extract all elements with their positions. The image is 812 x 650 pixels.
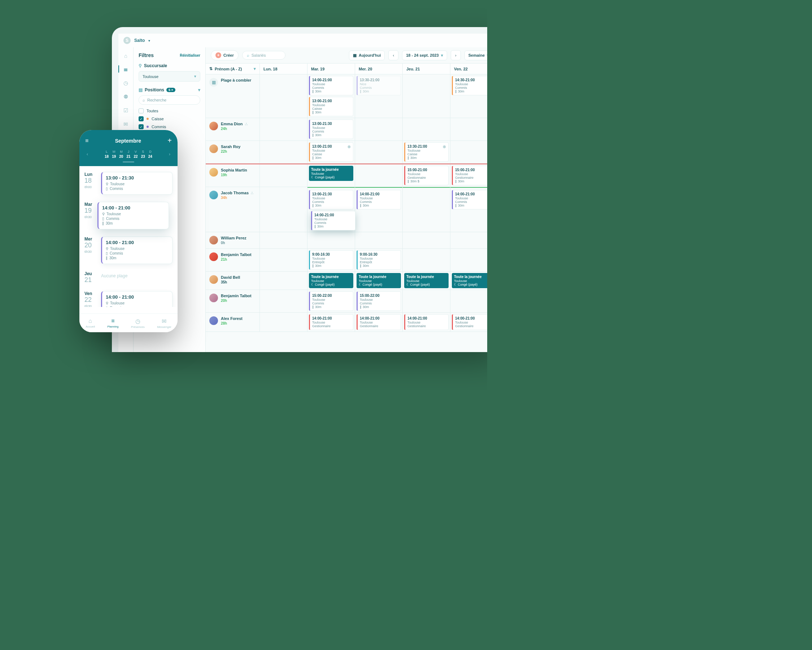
grid-cell[interactable]: Toute la journée Toulouse ☾ Congé (payé) xyxy=(355,272,403,290)
tab-planning[interactable]: ≡Planning xyxy=(107,318,118,328)
grid-cell[interactable]: 14:00-21:00 Toulouse Gestionnaire xyxy=(307,313,355,332)
grid-cell[interactable] xyxy=(260,272,307,290)
grid-cell[interactable]: 14:00-21:00 Toulouse Commis ‖ 30m 13:00-… xyxy=(307,74,355,118)
grid-cell[interactable]: 9:00-16:30 Toulouse Entrepôt ‖ 30m xyxy=(307,249,355,271)
grid-cell[interactable] xyxy=(403,187,450,232)
shift-card[interactable]: 14:00-21:00 Toulouse Commis ‖ 30m xyxy=(309,76,353,95)
grid-cell[interactable] xyxy=(450,141,487,163)
shift-card[interactable]: 13:00-21:00 Toulouse Caisse ‖ 30m xyxy=(309,97,353,116)
grid-cell[interactable]: 13:00-21:30 Toulouse Commis ‖ 30m 14:00-… xyxy=(307,187,355,232)
calendar-day[interactable]: M19 xyxy=(112,150,116,159)
date-range-button[interactable]: 18 - 24 sept. 2023 ▾ xyxy=(402,50,447,60)
shift-card[interactable]: 14:30-21:00 Toulouse Commis ‖ 30m xyxy=(452,76,487,95)
mobile-shift-card[interactable]: 14:00 - 21:00 ⚲ Toulouse ▯ Commis xyxy=(101,291,172,307)
grid-cell[interactable] xyxy=(450,232,487,248)
shift-card[interactable]: 14:00-21:00 Toulouse Commis ‖ 30m xyxy=(357,190,401,210)
shift-card[interactable]: 14:00-21:00 Toulouse Gestionnaire xyxy=(404,314,449,330)
filter-option[interactable]: ✓Caisse xyxy=(139,116,200,121)
shift-card[interactable]: 15:00-21:00 Toulouse Gestionnaire ‖ 30m xyxy=(452,166,487,185)
nav-tasks-icon[interactable]: ☑ xyxy=(122,107,130,115)
shift-card[interactable]: 13:30-21:00 Nice Commis ‖ 30m xyxy=(357,76,401,95)
nav-team-icon[interactable]: ⚉ xyxy=(122,93,130,101)
shift-card[interactable]: Toute la journée Toulouse ☾ Congé (payé) xyxy=(357,273,401,288)
shift-card[interactable]: 13:00-21:30 Toulouse Commis ‖ 30m xyxy=(309,190,353,210)
grid-cell[interactable]: 13:00-21:00◉ Toulouse Caisse ‖ 30m xyxy=(307,141,355,163)
today-button[interactable]: ▦ Aujourd'hui xyxy=(349,50,385,60)
shift-card[interactable]: 9:00-16:30 Toulouse Entrepôt ‖ 30m xyxy=(309,250,353,270)
employee-cell[interactable]: Alex Forest 28h xyxy=(206,313,260,332)
shift-card[interactable]: Toute la journée Toulouse ☾ Congé (payé) xyxy=(404,273,449,288)
grid-cell[interactable] xyxy=(307,232,355,248)
grid-cell[interactable] xyxy=(260,141,307,163)
tab-messenger[interactable]: ✉Messenger xyxy=(157,318,171,329)
employee-cell[interactable]: Sarah Roy 22h xyxy=(206,141,260,163)
mobile-shift-card[interactable]: 14:00 - 21:00 ⚲ Toulouse ▯ Commis ‖ 30m xyxy=(101,237,172,264)
employee-cell[interactable]: Sophia Martin 19h xyxy=(206,164,260,187)
grid-cell[interactable] xyxy=(260,232,307,248)
grid-cell[interactable] xyxy=(450,290,487,312)
grid-cell[interactable] xyxy=(260,74,307,118)
shift-card[interactable]: 13:30-21:00◉ Toulouse Caisse ‖ 30m xyxy=(404,142,449,162)
mobile-shift-card[interactable]: 14:00 - 21:00 ⚲ Toulouse ▯ Commis ‖ 30m xyxy=(98,202,169,229)
nav-time-icon[interactable]: ◷ xyxy=(122,79,130,87)
calendar-day[interactable]: L18 xyxy=(105,150,108,159)
next-week[interactable]: › xyxy=(169,151,170,157)
branch-select[interactable]: Toulouse ▾ xyxy=(139,71,200,82)
grid-cell[interactable]: 15:00-21:00 Toulouse Gestionnaire ‖ 30m xyxy=(450,164,487,187)
grid-cell[interactable]: 14:00-21:00 Toulouse Gestionnaire xyxy=(403,313,450,332)
add-button[interactable]: + xyxy=(168,136,172,145)
grid-cell[interactable]: 14:00-21:00 Toulouse Commis ‖ 30m xyxy=(450,187,487,232)
drag-handle[interactable] xyxy=(123,161,134,162)
shift-card[interactable]: 14:00-21:00 Toulouse Gestionnaire xyxy=(357,314,401,330)
tab-présences[interactable]: ◷Présences xyxy=(131,318,145,329)
grid-cell[interactable] xyxy=(403,118,450,141)
employee-cell[interactable]: Benjamin Talbot 21h xyxy=(206,249,260,271)
shift-card[interactable]: 14:00-21:00 Toulouse Commis ‖ 30m xyxy=(311,211,356,230)
view-select[interactable]: Semaine ▾ xyxy=(464,50,487,60)
shift-card[interactable]: 13:00-21:30 Toulouse Commis ‖ 30m xyxy=(309,119,353,139)
grid-cell[interactable]: Toute la journée Toulouse ☾ Congé (payé) xyxy=(403,272,450,290)
grid-cell[interactable]: 14:30-21:00 Toulouse Commis ‖ 30m xyxy=(450,74,487,118)
employee-search[interactable]: ⌕ Salariés xyxy=(242,51,285,60)
prev-button[interactable]: ‹ xyxy=(388,50,398,60)
employee-cell[interactable]: David Bell 35h xyxy=(206,272,260,290)
filters-reset[interactable]: Réinitialiser xyxy=(180,54,200,57)
grid-cell[interactable] xyxy=(355,118,403,141)
grid-cell[interactable] xyxy=(260,313,307,332)
employee-cell[interactable]: Jacob Thomas ⛬ 34h xyxy=(206,187,260,232)
grid-cell[interactable]: Toute la journée Toulouse ☾ Congé (payé) xyxy=(307,272,355,290)
shift-card[interactable]: Toute la journée Toulouse ☾ Congé (payé) xyxy=(309,273,353,288)
grid-cell[interactable]: 13:00-21:30 Toulouse Commis ‖ 30m xyxy=(307,118,355,141)
shift-card[interactable]: 15:00-22:00 Toulouse Commis ‖ 30m xyxy=(309,291,353,311)
grid-cell[interactable]: 15:00-22:00 Toulouse Commis ‖ 30m xyxy=(355,290,403,312)
shift-card[interactable]: 15:00-22:00 Toulouse Commis ‖ 30m xyxy=(357,291,401,311)
calendar-day[interactable]: M20 xyxy=(119,150,123,159)
grid-cell[interactable] xyxy=(260,290,307,312)
grid-cell[interactable] xyxy=(450,118,487,141)
filter-option[interactable]: ✓Commis xyxy=(139,124,200,129)
nav-chat-icon[interactable]: ✉ xyxy=(122,120,130,128)
grid-cell[interactable] xyxy=(355,141,403,163)
shift-card[interactable]: 15:00-21:00 Toulouse Gestionnaire ‖ 30m … xyxy=(404,166,449,185)
shift-card[interactable]: 14:00-21:00 Toulouse Gestionnaire xyxy=(452,314,487,330)
grid-cell[interactable] xyxy=(355,232,403,248)
shift-card[interactable]: 9:00-16:30 Toulouse Entrepôt ‖ 30m xyxy=(357,250,401,270)
grid-cell[interactable] xyxy=(403,249,450,271)
calendar-day[interactable]: S23 xyxy=(141,150,145,159)
shift-card[interactable]: 13:00-21:00◉ Toulouse Caisse ‖ 30m xyxy=(309,142,353,162)
mobile-shift-card[interactable]: 13:00 - 21:30 ⚲ Toulouse ▯ Commis xyxy=(101,172,172,195)
grid-cell[interactable]: 15:00-21:00 Toulouse Gestionnaire ‖ 30m … xyxy=(403,164,450,187)
grid-cell[interactable] xyxy=(260,164,307,187)
prev-week[interactable]: ‹ xyxy=(87,151,88,157)
brand-switcher[interactable]: Salto xyxy=(134,38,145,43)
grid-cell[interactable]: 14:00-21:00 Toulouse Commis ‖ 30m xyxy=(355,187,403,232)
calendar-day[interactable]: D24 xyxy=(148,150,152,159)
grid-cell[interactable] xyxy=(260,187,307,232)
grid-cell[interactable]: 14:00-21:00 Toulouse Gestionnaire xyxy=(355,313,403,332)
nav-planning-icon[interactable]: ≣ xyxy=(122,65,130,73)
sort-header[interactable]: ⇅Prénom (A - Z) ▾ xyxy=(206,64,260,74)
employee-cell[interactable]: Emma Dion ⛬ 24h xyxy=(206,118,260,141)
shift-card[interactable]: 14:00-21:00 Toulouse Commis ‖ 30m xyxy=(452,190,487,210)
shift-card[interactable]: Toute la journée Toulouse ☾ Congé (payé) xyxy=(452,273,487,288)
grid-cell[interactable]: 9:00-16:30 Toulouse Entrepôt ‖ 30m xyxy=(355,249,403,271)
